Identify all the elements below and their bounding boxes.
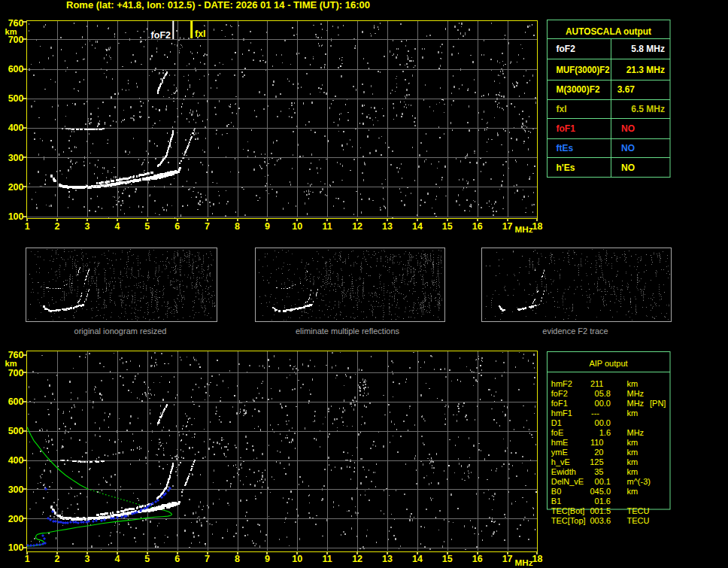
svg-text:18: 18 <box>532 554 543 564</box>
svg-text:600: 600 <box>8 64 24 74</box>
svg-text:foF2: foF2 <box>151 30 171 41</box>
svg-text:TEC[Top]: TEC[Top] <box>551 516 586 525</box>
svg-text:1: 1 <box>25 554 30 564</box>
svg-text:3: 3 <box>85 221 90 232</box>
svg-text:ftEs: ftEs <box>557 143 574 153</box>
svg-text:km: km <box>627 409 639 418</box>
svg-text:[PN]: [PN] <box>650 399 666 408</box>
svg-text:18: 18 <box>532 221 543 232</box>
svg-text:700: 700 <box>8 35 24 45</box>
svg-text:300: 300 <box>8 484 24 495</box>
svg-text:9: 9 <box>265 221 270 232</box>
svg-text:2: 2 <box>55 221 60 232</box>
svg-text:evidence F2 trace: evidence F2 trace <box>542 327 608 336</box>
svg-text:200: 200 <box>8 514 24 524</box>
svg-text:Rome (lat: +41.8, lon: 012.5): Rome (lat: +41.8, lon: 012.5) - DATE: 20… <box>66 0 370 11</box>
svg-text:hmE: hmE <box>551 438 569 447</box>
svg-text:m^(-3): m^(-3) <box>627 477 651 486</box>
svg-text:200: 200 <box>8 182 24 193</box>
svg-text:11: 11 <box>323 221 332 232</box>
svg-text:4: 4 <box>114 554 120 564</box>
svg-text:500: 500 <box>8 426 24 436</box>
svg-text:16: 16 <box>472 554 483 564</box>
svg-text:10: 10 <box>292 554 302 564</box>
svg-text:km: km <box>627 438 639 447</box>
svg-text:13: 13 <box>382 221 393 232</box>
svg-text:8: 8 <box>235 221 240 232</box>
svg-text:MUF(3000)F2: MUF(3000)F2 <box>557 65 610 75</box>
svg-text:00.0: 00.0 <box>595 399 611 408</box>
svg-text:6.5 MHz: 6.5 MHz <box>631 104 665 114</box>
svg-text:km: km <box>627 487 639 496</box>
svg-text:110: 110 <box>590 438 604 447</box>
svg-text:300: 300 <box>8 153 24 163</box>
svg-text:400: 400 <box>8 455 24 466</box>
svg-text:MHz: MHz <box>515 226 533 234</box>
svg-text:045.0: 045.0 <box>590 487 611 496</box>
svg-text:20: 20 <box>594 448 603 457</box>
svg-text:B0: B0 <box>551 487 561 496</box>
svg-text:km: km <box>627 467 639 476</box>
svg-text:foF1: foF1 <box>557 123 576 134</box>
svg-text:7: 7 <box>205 554 210 564</box>
svg-text:3: 3 <box>85 554 90 564</box>
svg-text:1.6: 1.6 <box>599 428 611 437</box>
svg-text:original ionogram resized: original ionogram resized <box>74 327 167 336</box>
svg-text:foF2: foF2 <box>551 389 568 398</box>
svg-text:foF1: foF1 <box>551 399 568 408</box>
svg-text:16: 16 <box>472 221 483 232</box>
svg-text:AIP output: AIP output <box>589 359 627 368</box>
svg-text:100: 100 <box>8 211 24 222</box>
svg-text:Ewidth: Ewidth <box>551 467 576 476</box>
svg-text:3.67: 3.67 <box>617 84 635 95</box>
svg-text:TEC[Bot]: TEC[Bot] <box>551 506 585 515</box>
svg-text:17: 17 <box>502 554 513 564</box>
svg-text:5: 5 <box>144 221 150 232</box>
svg-text:foE: foE <box>551 428 564 437</box>
svg-text:100: 100 <box>8 542 24 553</box>
svg-text:7: 7 <box>205 221 210 232</box>
svg-text:003.6: 003.6 <box>590 516 611 525</box>
svg-text:12: 12 <box>352 221 362 232</box>
svg-text:NO: NO <box>621 143 635 153</box>
svg-text:fxI: fxI <box>557 104 567 114</box>
svg-text:hmF1: hmF1 <box>551 409 572 418</box>
svg-text:13: 13 <box>382 554 393 564</box>
svg-text:TECU: TECU <box>627 506 650 515</box>
svg-text:TECU: TECU <box>627 516 650 525</box>
svg-text:15: 15 <box>442 554 453 564</box>
svg-text:h_vE: h_vE <box>551 457 570 466</box>
svg-text:05.8: 05.8 <box>595 389 611 398</box>
svg-text:11: 11 <box>323 554 332 564</box>
svg-text:NO: NO <box>621 163 635 173</box>
svg-text:fxI: fxI <box>195 29 206 39</box>
svg-text:4: 4 <box>114 221 120 232</box>
svg-text:2: 2 <box>55 554 60 564</box>
svg-text:6: 6 <box>174 221 180 232</box>
svg-text:AUTOSCALA output: AUTOSCALA output <box>566 26 652 37</box>
svg-text:10: 10 <box>292 221 302 232</box>
svg-text:M(3000)F2: M(3000)F2 <box>557 84 600 95</box>
svg-text:21.3 MHz: 21.3 MHz <box>626 65 665 75</box>
svg-text:8: 8 <box>235 554 240 564</box>
svg-text:400: 400 <box>8 123 24 133</box>
svg-text:6: 6 <box>174 554 180 564</box>
svg-text:17: 17 <box>502 221 513 232</box>
svg-text:500: 500 <box>8 93 24 104</box>
svg-text:NO: NO <box>621 123 635 134</box>
svg-text:DelN_vE: DelN_vE <box>551 477 584 486</box>
svg-text:MHz: MHz <box>515 559 533 567</box>
svg-text:001.5: 001.5 <box>590 506 611 515</box>
svg-text:foF2: foF2 <box>557 44 576 54</box>
svg-text:600: 600 <box>8 396 24 407</box>
svg-text:km: km <box>627 448 639 457</box>
svg-text:MHz: MHz <box>627 389 645 398</box>
svg-text:B1: B1 <box>551 497 561 506</box>
svg-text:00.1: 00.1 <box>595 477 611 486</box>
svg-text:125: 125 <box>590 457 603 466</box>
svg-text:ymE: ymE <box>551 448 568 457</box>
svg-text:hmF2: hmF2 <box>551 379 572 388</box>
svg-text:211: 211 <box>590 379 604 388</box>
svg-text:700: 700 <box>8 368 24 378</box>
svg-text:12: 12 <box>352 554 362 564</box>
